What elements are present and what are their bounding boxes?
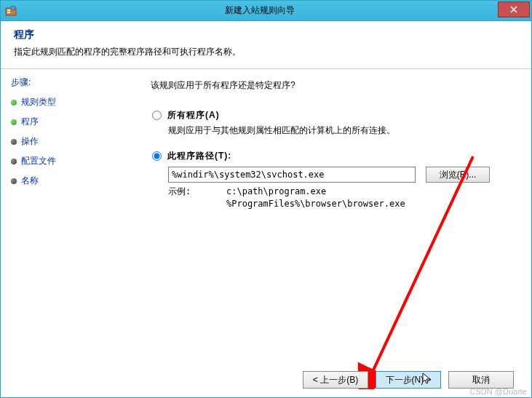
question-text: 该规则应用于所有程序还是特定程序?	[151, 79, 518, 92]
path-row: 浏览(R)...	[168, 167, 518, 183]
header-section: 程序 指定此规则匹配的程序的完整程序路径和可执行程序名称。	[1, 21, 531, 68]
next-button[interactable]: 下一步(N) >	[376, 371, 441, 389]
content-panel: 该规则应用于所有程序还是特定程序? 所有程序(A) 规则应用于与其他规则属性相匹…	[136, 69, 531, 369]
step-label: 程序	[21, 116, 39, 128]
radio-all-desc: 规则应用于与其他规则属性相匹配的计算机上的所有连接。	[168, 124, 518, 137]
back-button[interactable]: < 上一步(B)	[303, 371, 368, 389]
example-label: 示例:	[168, 186, 226, 210]
step-name[interactable]: 名称	[11, 175, 136, 187]
svg-rect-2	[7, 12, 10, 13]
radio-path-label: 此程序路径(T):	[167, 150, 231, 162]
steps-sidebar: 步骤: 规则类型 程序 操作 配置文件 名称	[1, 69, 136, 369]
step-action[interactable]: 操作	[11, 135, 136, 148]
program-path-input[interactable]	[168, 167, 416, 183]
radio-group: 所有程序(A) 规则应用于与其他规则属性相匹配的计算机上的所有连接。 此程序路径…	[152, 109, 518, 210]
close-icon	[510, 6, 517, 13]
step-profile[interactable]: 配置文件	[11, 155, 136, 167]
step-label: 名称	[21, 175, 39, 187]
example-path-1: c:\path\program.exe	[226, 186, 405, 198]
step-label: 规则类型	[21, 96, 56, 108]
option-this-path[interactable]: 此程序路径(T):	[152, 150, 518, 162]
app-icon	[5, 5, 17, 17]
page-title: 程序	[14, 28, 518, 41]
cancel-button[interactable]: 取消	[448, 371, 514, 389]
window-title: 新建入站规则向导	[21, 4, 498, 17]
page-description: 指定此规则匹配的程序的完整程序路径和可执行程序名称。	[14, 46, 518, 58]
svg-rect-1	[7, 9, 10, 11]
watermark: CSDN @Duarte	[470, 387, 527, 396]
step-rule-type[interactable]: 规则类型	[11, 96, 136, 108]
example-row: 示例: c:\path\program.exe %ProgramFiles%\b…	[168, 186, 518, 210]
bullet-icon	[11, 178, 17, 184]
radio-path[interactable]	[152, 151, 162, 161]
close-button[interactable]	[498, 1, 530, 17]
radio-all-label: 所有程序(A)	[167, 109, 220, 122]
step-label: 配置文件	[21, 155, 56, 167]
bullet-icon	[11, 119, 17, 125]
example-paths: c:\path\program.exe %ProgramFiles%\brows…	[226, 186, 405, 210]
bullet-icon	[11, 159, 17, 164]
footer-buttons: < 上一步(B) 下一步(N) > 取消	[303, 371, 514, 389]
step-program[interactable]: 程序	[11, 116, 136, 128]
example-path-2: %ProgramFiles%\browser\browser.exe	[226, 198, 405, 210]
step-label: 操作	[21, 135, 39, 148]
bullet-icon	[11, 139, 17, 145]
option-all-programs[interactable]: 所有程序(A)	[152, 109, 518, 122]
steps-heading: 步骤:	[11, 76, 136, 89]
bullet-icon	[11, 100, 17, 106]
title-bar: 新建入站规则向导	[1, 1, 531, 21]
main-area: 步骤: 规则类型 程序 操作 配置文件 名称 该规则应用	[1, 68, 531, 369]
wizard-window: 新建入站规则向导 程序 指定此规则匹配的程序的完整程序路径和可执行程序名称。 步…	[0, 0, 532, 398]
browse-button[interactable]: 浏览(R)...	[426, 167, 490, 183]
radio-all[interactable]	[152, 111, 162, 120]
svg-point-3	[11, 6, 15, 10]
